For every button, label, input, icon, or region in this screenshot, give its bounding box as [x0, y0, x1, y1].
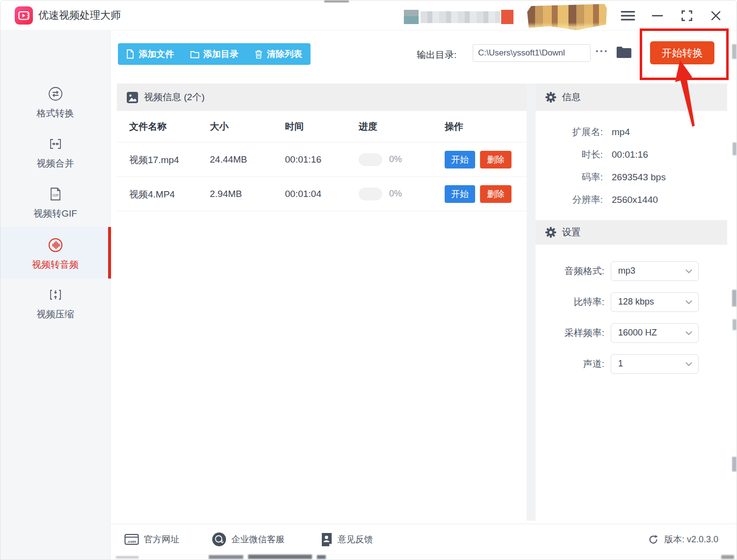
gear-icon — [545, 227, 556, 238]
setting-sample-rate: 采样频率: 16000 HZ — [536, 317, 727, 348]
info-settings-panel: 信息 扩展名: mp4 时长: 00:01:16 码率: 2693543 bps… — [536, 84, 727, 521]
menu-button[interactable] — [618, 7, 638, 25]
column-header-actions: 操作 — [445, 120, 463, 133]
chevron-down-icon — [685, 269, 692, 273]
sidebar-item-video-to-gif[interactable]: GIF 视频转GIF — [0, 186, 111, 220]
website-icon: .com — [124, 533, 139, 546]
panel-divider — [527, 84, 536, 521]
app-title: 优速视频处理大师 — [38, 0, 121, 30]
sidebar-item-format-convert[interactable]: 格式转换 — [0, 85, 111, 120]
table-header-row: 文件名称 大小 时间 进度 操作 — [117, 111, 527, 142]
background-artifact — [733, 142, 737, 155]
table-row[interactable]: 视频4.MP4 2.94MB 00:01:04 0% 开始 删除 — [117, 177, 527, 211]
info-fields: 扩展名: mp4 时长: 00:01:16 码率: 2693543 bps 分辨… — [536, 121, 727, 211]
clear-list-button[interactable]: 清除列表 — [246, 43, 311, 65]
progress-cell: 0% — [359, 188, 402, 200]
official-website-label: 官方网址 — [144, 533, 179, 545]
chevron-down-icon — [685, 362, 692, 366]
clear-list-label: 清除列表 — [267, 48, 302, 60]
browse-more-button[interactable]: ··· — [595, 45, 609, 61]
format-convert-icon — [47, 85, 64, 102]
video-compress-icon — [47, 286, 64, 303]
feedback-link[interactable]: 意见反馈 — [320, 532, 373, 547]
censored-block-orange — [501, 10, 513, 24]
feedback-icon — [320, 532, 333, 547]
video-list-panel: 视频信息 (2个) 文件名称 大小 时间 进度 操作 视频17.mp4 24.4… — [117, 84, 527, 521]
background-artifact — [732, 457, 737, 472]
file-name: 视频4.MP4 — [129, 187, 203, 201]
open-folder-button[interactable] — [615, 44, 633, 61]
settings-header: 设置 — [536, 220, 727, 245]
sidebar-item-label: 视频转音频 — [0, 258, 111, 271]
progress-bar — [359, 188, 382, 200]
background-artifact — [732, 44, 737, 59]
censored-block-yellow — [527, 4, 607, 30]
video-to-audio-icon — [47, 237, 64, 253]
add-folder-button[interactable]: 添加目录 — [182, 43, 247, 65]
channels-select[interactable]: 1 — [611, 354, 699, 374]
row-actions: 开始 删除 — [445, 185, 511, 203]
maximize-icon — [680, 9, 693, 22]
info-title: 信息 — [562, 91, 581, 104]
add-folder-icon — [190, 50, 199, 58]
official-website-link[interactable]: .com 官方网址 — [124, 533, 179, 546]
censored-block-teal — [404, 10, 419, 24]
sidebar-item-video-merge[interactable]: 视频合并 — [0, 136, 111, 170]
feedback-label: 意见反馈 — [338, 533, 373, 545]
column-header-size: 大小 — [210, 120, 228, 133]
close-button[interactable] — [706, 7, 726, 25]
wechat-service-label: 企业微信客服 — [231, 533, 284, 545]
sidebar: 格式转换 视频合并 GIF 视频转GIF 视频转音频 视频压缩 — [0, 30, 111, 560]
bitrate-select[interactable]: 128 kbps — [611, 292, 699, 312]
gear-icon — [545, 92, 556, 103]
sidebar-item-video-to-audio[interactable]: 视频转音频 — [0, 227, 111, 279]
video-list-title: 视频信息 (2个) — [144, 91, 205, 104]
window-bottom-edge — [111, 554, 737, 560]
file-toolbar: 添加文件 添加目录 清除列表 — [118, 43, 311, 65]
trash-icon — [255, 50, 263, 59]
video-merge-icon — [47, 136, 64, 152]
add-file-button[interactable]: 添加文件 — [118, 43, 182, 65]
background-artifact — [733, 319, 737, 330]
file-size: 2.94MB — [210, 189, 242, 199]
progress-percent: 0% — [389, 154, 402, 165]
row-actions: 开始 删除 — [445, 151, 511, 168]
wechat-service-link[interactable]: 企业微信客服 — [212, 532, 284, 547]
add-folder-label: 添加目录 — [203, 48, 239, 60]
audio-format-select[interactable]: mp3 — [611, 261, 699, 281]
progress-bar — [359, 153, 382, 166]
titlebar: 优速视频处理大师 — [0, 0, 737, 30]
sidebar-item-video-compress[interactable]: 视频压缩 — [0, 286, 111, 321]
setting-bitrate: 比特率: 128 kbps — [536, 286, 727, 317]
file-duration: 00:01:16 — [285, 154, 321, 165]
row-delete-button[interactable]: 删除 — [480, 151, 511, 168]
row-delete-button[interactable]: 删除 — [480, 185, 511, 203]
wechat-service-icon — [212, 532, 227, 547]
version-label: 版本: v2.0.3.0 — [664, 533, 718, 545]
chevron-down-icon — [685, 300, 692, 304]
info-field-bitrate: 码率: 2693543 bps — [536, 166, 727, 189]
minimize-icon — [652, 10, 663, 22]
column-header-filename: 文件名称 — [129, 120, 167, 133]
maximize-button[interactable] — [677, 7, 697, 25]
output-dir-input[interactable] — [473, 44, 591, 62]
setting-audio-format: 音频格式: mp3 — [536, 255, 727, 286]
start-convert-button[interactable]: 开始转换 — [650, 41, 714, 64]
info-field-resolution: 分辨率: 2560x1440 — [536, 189, 727, 211]
settings-fields: 音频格式: mp3 比特率: 128 kbps 采样频率: 16000 HZ 声… — [536, 255, 727, 379]
sidebar-item-label: 视频转GIF — [0, 207, 111, 220]
table-row[interactable]: 视频17.mp4 24.44MB 00:01:16 0% 开始 删除 — [117, 142, 527, 177]
footer-bar: .com 官方网址 企业微信客服 意见反馈 版本: v2.0.3.0 — [111, 524, 737, 554]
sample-rate-select[interactable]: 16000 HZ — [611, 323, 699, 343]
refresh-icon[interactable] — [648, 533, 659, 545]
app-logo-icon — [15, 6, 33, 25]
file-name: 视频17.mp4 — [129, 152, 203, 167]
file-size: 24.44MB — [210, 154, 247, 165]
minimize-button[interactable] — [648, 7, 667, 25]
censored-text-block — [421, 11, 500, 23]
row-start-button[interactable]: 开始 — [445, 185, 475, 203]
video-to-gif-icon: GIF — [47, 186, 64, 202]
progress-percent: 0% — [389, 189, 402, 199]
settings-title: 设置 — [562, 226, 581, 239]
row-start-button[interactable]: 开始 — [445, 151, 475, 168]
